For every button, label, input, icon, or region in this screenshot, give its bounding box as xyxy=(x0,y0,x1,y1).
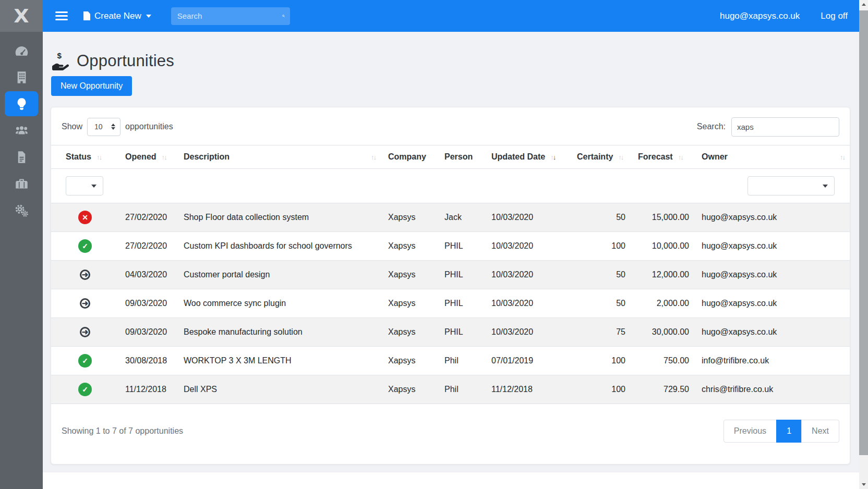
person-cell: Jack xyxy=(438,203,485,232)
table-header-row: Status↑↓Opened↑↓Description↑↓CompanyPers… xyxy=(51,145,850,169)
column-header-description[interactable]: Description↑↓ xyxy=(177,145,382,169)
sort-arrows-icon[interactable]: ↑↓ xyxy=(162,153,166,161)
vertical-scrollbar[interactable] xyxy=(859,0,868,489)
page-end-strip xyxy=(43,472,859,489)
check-circle-icon: ✓ xyxy=(78,239,92,253)
app-logo[interactable]: X xyxy=(0,0,43,32)
sidebar-item-opportunities[interactable] xyxy=(5,91,38,116)
menu-toggle-icon[interactable] xyxy=(55,9,68,22)
next-page-button[interactable]: Next xyxy=(801,420,839,443)
sort-arrows-icon[interactable]: ↑↓ xyxy=(371,153,376,161)
table-row[interactable]: ✓30/08/2018WORKTOP 3 X 3M LENGTHXapsysPh… xyxy=(51,347,850,375)
top-navbar: Create New hugo@xapsys.co.uk Log off xyxy=(43,0,859,32)
show-label: Show xyxy=(62,122,82,131)
description-cell: Customer portal design xyxy=(177,261,382,289)
filter-cell xyxy=(177,169,382,203)
status-cell: ➜ xyxy=(51,261,119,289)
sidebar-item-dashboard[interactable] xyxy=(0,38,43,63)
table-row[interactable]: ➜09/03/2020Bespoke manufacturing solutio… xyxy=(51,318,850,347)
company-cell: Xapsys xyxy=(382,203,438,232)
sort-arrows-icon[interactable]: ↑↓ xyxy=(550,153,555,161)
new-opportunity-button[interactable]: New Opportunity xyxy=(51,76,132,96)
column-header-updated-date[interactable]: Updated Date↑↓ xyxy=(485,145,571,169)
sidebar-item-contacts[interactable] xyxy=(0,118,43,143)
filter-cell xyxy=(695,169,850,203)
table-row[interactable]: ✓27/02/2020Custom KPI dashboards for sch… xyxy=(51,232,850,261)
certainty-cell: 50 xyxy=(571,203,632,232)
global-search-input[interactable] xyxy=(176,11,282,21)
company-cell: Xapsys xyxy=(382,232,438,261)
certainty-cell: 100 xyxy=(571,375,632,404)
column-header-opened[interactable]: Opened↑↓ xyxy=(119,145,177,169)
status-cell: ➜ xyxy=(51,289,119,318)
status-cell: ✓ xyxy=(51,232,119,261)
page-title: Opportunities xyxy=(77,52,174,70)
sort-arrows-icon[interactable]: ↑↓ xyxy=(678,153,683,161)
certainty-cell: 50 xyxy=(571,261,632,289)
arrow-circle-right-icon: ➜ xyxy=(80,298,90,309)
filter-cell xyxy=(632,169,695,203)
updated-date-cell: 07/01/2019 xyxy=(485,347,571,375)
column-label: Description xyxy=(184,152,230,162)
show-suffix-label: opportunities xyxy=(125,122,173,131)
owner-cell: hugo@xapsys.co.uk xyxy=(695,203,850,232)
table-row[interactable]: ➜09/03/2020Woo commerce sync pluginXapsy… xyxy=(51,289,850,318)
column-header-certainty[interactable]: Certainty↑↓ xyxy=(571,145,632,169)
owner-cell: info@trifibre.co.uk xyxy=(695,347,850,375)
opportunities-table: Status↑↓Opened↑↓Description↑↓CompanyPers… xyxy=(51,145,850,404)
person-cell: PHIL xyxy=(438,261,485,289)
table-row[interactable]: ✕27/02/2020Shop Floor data collection sy… xyxy=(51,203,850,232)
previous-page-button[interactable]: Previous xyxy=(724,420,777,443)
status-filter-select[interactable] xyxy=(66,176,103,195)
create-new-dropdown[interactable]: Create New xyxy=(83,11,151,21)
scroll-down-icon[interactable] xyxy=(859,480,868,489)
log-off-link[interactable]: Log off xyxy=(821,11,848,21)
select-updown-icon xyxy=(111,124,115,130)
column-header-status[interactable]: Status↑↓ xyxy=(51,145,119,169)
page-1-button[interactable]: 1 xyxy=(776,420,802,443)
status-cell: ✕ xyxy=(51,203,119,232)
description-cell: WORKTOP 3 X 3M LENGTH xyxy=(177,347,382,375)
sidebar-item-settings[interactable] xyxy=(0,198,43,223)
page-length-select[interactable]: 10 xyxy=(87,118,120,136)
updated-date-cell: 10/03/2020 xyxy=(485,232,571,261)
sidebar-item-companies[interactable] xyxy=(0,65,43,90)
scroll-up-icon[interactable] xyxy=(859,0,868,9)
filter-cell xyxy=(382,169,438,203)
table-search-input[interactable] xyxy=(731,117,839,137)
results-summary: Showing 1 to 7 of 7 opportunities xyxy=(62,426,183,436)
column-label: Opened xyxy=(125,152,156,162)
company-cell: Xapsys xyxy=(382,289,438,318)
table-row[interactable]: ✓11/12/2018Dell XPSXapsysPhil11/12/20181… xyxy=(51,375,850,404)
status-cell: ➜ xyxy=(51,318,119,347)
column-label: Updated Date xyxy=(491,152,545,162)
scrollbar-thumb[interactable] xyxy=(859,10,868,455)
gears-icon xyxy=(15,203,29,217)
arrow-circle-right-icon: ➜ xyxy=(80,270,90,280)
updated-date-cell: 10/03/2020 xyxy=(485,203,571,232)
sort-arrows-icon[interactable]: ↑↓ xyxy=(618,153,623,161)
create-new-label: Create New xyxy=(94,11,141,21)
opened-cell: 09/03/2020 xyxy=(119,289,177,318)
sort-arrows-icon[interactable]: ↑↓ xyxy=(840,153,845,161)
person-cell: PHIL xyxy=(438,232,485,261)
check-circle-icon: ✓ xyxy=(78,354,92,368)
opened-cell: 04/03/2020 xyxy=(119,261,177,289)
column-header-company: Company xyxy=(382,145,438,169)
sidebar-item-projects[interactable] xyxy=(0,171,43,196)
person-cell: Phil xyxy=(438,347,485,375)
sidebar-item-documents[interactable] xyxy=(0,144,43,169)
file-icon xyxy=(15,150,29,164)
table-row[interactable]: ➜04/03/2020Customer portal designXapsysP… xyxy=(51,261,850,289)
dropdown-caret-icon xyxy=(823,185,828,188)
column-header-forecast[interactable]: Forecast↑↓ xyxy=(632,145,695,169)
updated-date-cell: 11/12/2018 xyxy=(485,375,571,404)
column-header-owner[interactable]: Owner↑↓ xyxy=(695,145,850,169)
sort-arrows-icon[interactable]: ↑↓ xyxy=(97,153,101,161)
certainty-cell: 75 xyxy=(571,318,632,347)
owner-filter-select[interactable] xyxy=(748,176,835,195)
filter-cell xyxy=(438,169,485,203)
filter-cell xyxy=(51,169,119,203)
user-email[interactable]: hugo@xapsys.co.uk xyxy=(720,11,800,21)
search-icon[interactable] xyxy=(282,11,285,20)
